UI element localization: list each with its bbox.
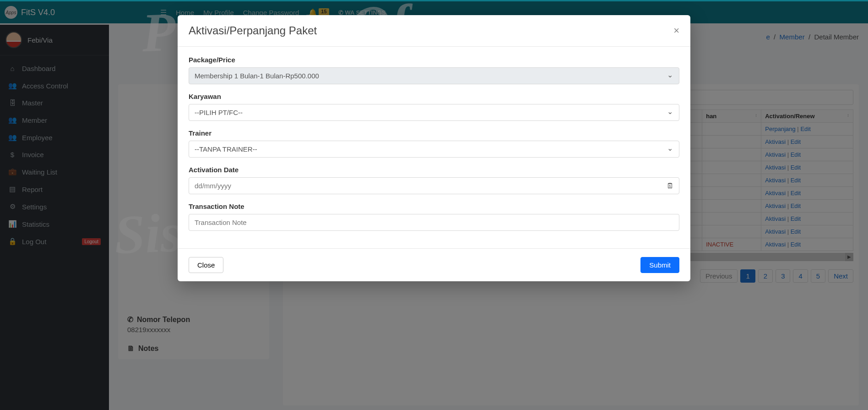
submit-button[interactable]: Submit <box>640 257 679 273</box>
aktivasi-modal: Aktivasi/Perpanjang Paket × Package/Pric… <box>178 15 690 281</box>
input-transaction-note[interactable] <box>189 214 679 231</box>
label-activation-date: Activation Date <box>189 166 679 174</box>
label-trainer: Trainer <box>189 129 679 137</box>
label-transaction-note: Transaction Note <box>189 202 679 210</box>
label-karyawan: Karyawan <box>189 93 679 100</box>
input-activation-date[interactable] <box>189 177 679 194</box>
select-package[interactable]: Membership 1 Bulan-1 Bulan-Rp500.000 <box>189 67 679 84</box>
label-package: Package/Price <box>189 56 679 64</box>
close-button[interactable]: Close <box>189 257 223 273</box>
modal-close-button[interactable]: × <box>673 25 679 37</box>
select-karyawan[interactable]: --PILIH PT/FC-- <box>189 104 679 121</box>
select-trainer[interactable]: --TANPA TRAINER-- <box>189 141 679 158</box>
modal-title: Aktivasi/Perpanjang Paket <box>189 24 317 37</box>
calendar-icon[interactable]: 🗓 <box>667 182 674 190</box>
